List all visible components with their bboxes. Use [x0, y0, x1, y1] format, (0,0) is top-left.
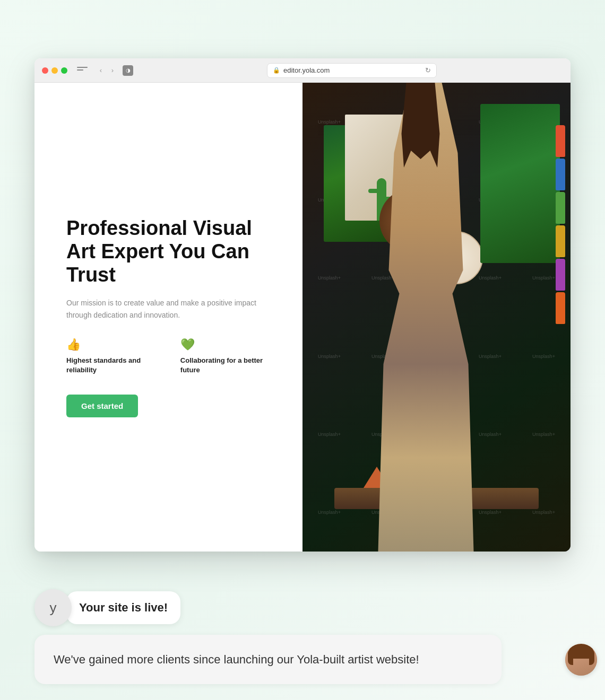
bottle-4 — [556, 225, 565, 257]
testimonial-bubble: We've gained more clients since launchin… — [34, 635, 502, 684]
avatar-hair-left — [568, 649, 573, 665]
browser-window: ‹ › ◑ 🔒 editor.yola.com ↻ Professional V… — [34, 58, 571, 552]
green-painting-right — [480, 104, 560, 263]
avatar-face — [565, 644, 597, 676]
minimize-button[interactable] — [51, 67, 58, 74]
address-text: editor.yola.com — [283, 66, 330, 74]
artwork-container — [302, 83, 571, 552]
feature-1: 👍 Highest standards and reliability — [66, 338, 165, 375]
testimonial-row: We've gained more clients since launchin… — [34, 635, 571, 684]
notification-text: Your site is live! — [79, 601, 168, 614]
yola-avatar: y — [34, 589, 72, 626]
feature-1-label: Highest standards and reliability — [66, 356, 165, 375]
features-row: 👍 Highest standards and reliability 💚 Co… — [66, 338, 276, 375]
forward-button[interactable]: › — [108, 66, 117, 75]
website-content: Professional Visual Art Expert You Can T… — [34, 83, 571, 552]
get-started-button[interactable]: Get started — [66, 395, 138, 417]
sidebar-toggle-icon[interactable] — [77, 67, 88, 74]
paint-bottles — [556, 125, 565, 324]
feature-2: 💚 Collaborating for a better future — [180, 338, 276, 375]
bottle-3 — [556, 192, 565, 224]
artist-background: Unsplash+ Unsplash+ Unsplash+ Unsplash+ … — [302, 83, 571, 552]
privacy-icon: ◑ — [123, 65, 133, 76]
thumbs-up-icon: 👍 — [66, 338, 165, 352]
chat-section: y Your site is live! We've gained more c… — [34, 589, 571, 684]
address-bar[interactable]: 🔒 editor.yola.com ↻ — [267, 63, 437, 78]
chat-notification: y Your site is live! — [34, 589, 571, 626]
traffic-lights — [42, 67, 67, 74]
lock-icon: 🔒 — [273, 67, 280, 74]
fullscreen-button[interactable] — [61, 67, 67, 74]
user-avatar — [565, 644, 597, 676]
hero-right-image: Unsplash+ Unsplash+ Unsplash+ Unsplash+ … — [302, 83, 571, 552]
reload-icon[interactable]: ↻ — [425, 66, 431, 74]
address-bar-container: 🔒 editor.yola.com ↻ — [141, 63, 563, 78]
testimonial-text: We've gained more clients since launchin… — [54, 651, 482, 668]
back-button[interactable]: ‹ — [96, 66, 106, 75]
bottle-5 — [556, 259, 565, 291]
heart-icon: 💚 — [180, 338, 276, 352]
hero-left: Professional Visual Art Expert You Can T… — [34, 83, 302, 552]
notification-bubble: Your site is live! — [66, 591, 180, 624]
bottle-1 — [556, 125, 565, 157]
hero-subtitle: Our mission is to create value and make … — [66, 297, 276, 321]
bottle-2 — [556, 159, 565, 190]
feature-2-label: Collaborating for a better future — [180, 356, 276, 375]
bottle-6 — [556, 292, 565, 324]
hero-title: Professional Visual Art Expert You Can T… — [66, 217, 276, 286]
avatar-hair-right — [589, 649, 594, 665]
nav-arrows: ‹ › — [96, 66, 117, 75]
browser-toolbar: ‹ › ◑ 🔒 editor.yola.com ↻ — [34, 58, 571, 83]
close-button[interactable] — [42, 67, 48, 74]
